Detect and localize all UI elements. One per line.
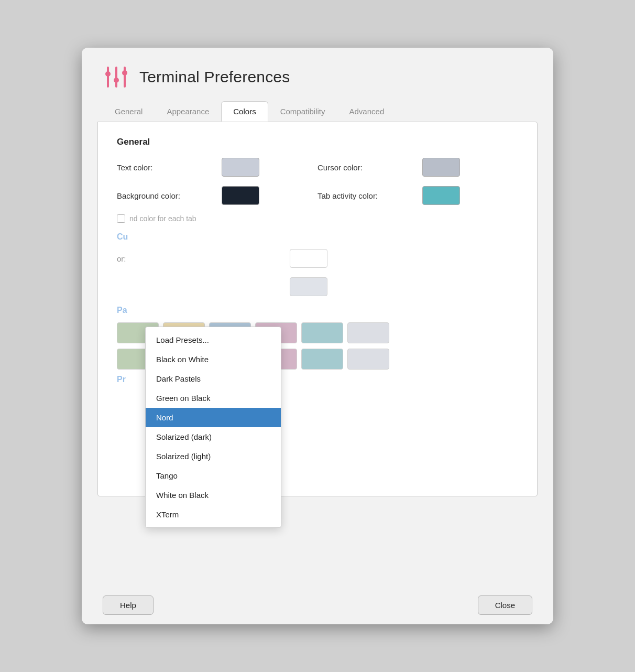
swatch-12[interactable] [347,349,389,370]
preset-black-on-white[interactable]: Black on White [146,350,281,369]
text-color-pair: Text color: [117,158,318,177]
cursor-section-heading: Cu [117,232,518,242]
custom-color-checkbox[interactable] [117,214,125,223]
text-color-row: Text color: Cursor color: [117,158,518,177]
text-color-label: Text color: [117,163,222,172]
preset-solarized-dark[interactable]: Solarized (dark) [146,427,281,447]
preset-xterm[interactable]: XTerm [146,505,281,524]
custom-color-row: nd color for each tab [117,214,518,223]
tab-appearance[interactable]: Appearance [155,101,221,122]
general-section-title: General [117,137,518,147]
svg-point-5 [122,70,127,75]
presets-dropdown: Load Presets... Black on White Dark Past… [145,327,281,528]
app-icon [103,63,130,91]
preset-green-on-black[interactable]: Green on Black [146,388,281,408]
terminal-preferences-dialog: Terminal Preferences General Appearance … [82,48,553,624]
content-area: General Text color: Cursor color: Backgr… [97,122,538,496]
tab-advanced[interactable]: Advanced [337,101,397,122]
close-button[interactable]: Close [478,595,532,615]
cursor-gray-row [117,277,518,296]
preset-tango[interactable]: Tango [146,466,281,485]
tabs-bar: General Appearance Colors Compatibility … [82,101,553,122]
svg-point-3 [105,71,111,77]
cursor-color-pair: Cursor color: [318,158,518,177]
tab-activity-label: Tab activity color: [318,191,422,200]
cursor-white-button[interactable] [290,249,327,268]
tab-activity-pair: Tab activity color: [318,186,518,205]
bg-color-pair: Background color: [117,186,318,205]
tab-general[interactable]: General [103,101,155,122]
swatch-5[interactable] [301,322,343,343]
titlebar: Terminal Preferences [82,48,553,101]
custom-color-text: nd color for each tab [129,214,196,223]
preset-dark-pastels[interactable]: Dark Pastels [146,369,281,388]
svg-point-4 [114,78,119,83]
bg-color-row: Background color: Tab activity color: [117,186,518,205]
preset-nord[interactable]: Nord [146,408,281,427]
palette-section-heading: Pa [117,306,518,315]
swatch-6[interactable] [347,322,389,343]
cursor-color-row2: or: [117,249,518,268]
cursor-color-button[interactable] [422,158,460,177]
cursor-gray2-button[interactable] [290,277,327,296]
swatch-11[interactable] [301,349,343,370]
bg-color-button[interactable] [222,186,259,205]
tab-compatibility[interactable]: Compatibility [268,101,337,122]
preset-solarized-light[interactable]: Solarized (light) [146,447,281,466]
text-color-button[interactable] [222,158,259,177]
help-button[interactable]: Help [103,595,154,615]
bg-color-label: Background color: [117,191,222,200]
bottom-bar: Help Close [82,586,553,624]
cursor-or-label: or: [117,254,290,263]
preset-load[interactable]: Load Presets... [146,330,281,350]
tab-colors[interactable]: Colors [221,101,268,122]
preset-white-on-black[interactable]: White on Black [146,485,281,505]
cursor-color-label: Cursor color: [318,163,422,172]
tab-activity-button[interactable] [422,186,460,205]
dialog-title: Terminal Preferences [139,68,290,86]
